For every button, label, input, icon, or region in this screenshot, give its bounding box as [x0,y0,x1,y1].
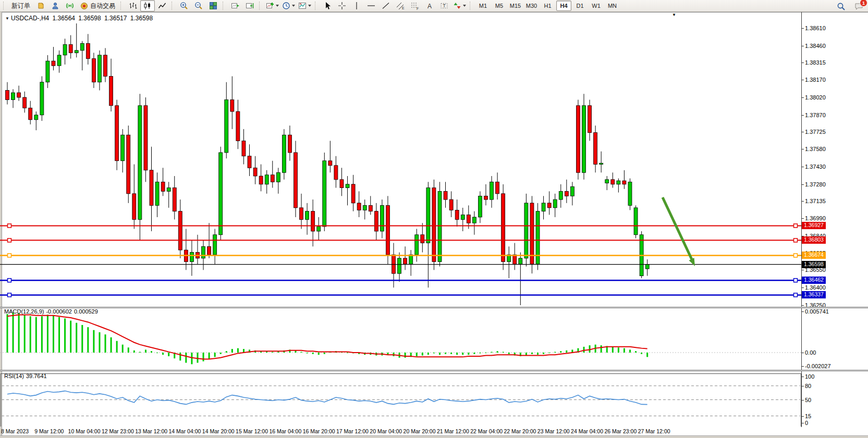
timeframe-mn[interactable]: MN [605,1,620,11]
arrow-shaft[interactable] [663,197,692,259]
candle-body [421,235,424,243]
candle-body [17,93,21,97]
rsi-value: 39.7641 [26,373,47,379]
price-tag: 1.36927 [802,222,826,229]
line-handle[interactable] [8,239,11,242]
macd-histogram-bar [191,353,192,364]
rsi-axis-tick: 100 [805,373,814,380]
timeframe-m1[interactable]: M1 [475,1,491,11]
cursor-tool-button[interactable] [320,0,335,11]
collapse-triangle-icon[interactable]: ▼ [5,16,9,21]
pane-separator[interactable] [0,370,868,371]
line-handle[interactable] [8,279,11,282]
macd-histogram-bar [601,345,602,353]
macd-histogram-bar [485,353,486,353]
macd-histogram-bar [462,353,463,355]
line-handle[interactable] [8,254,11,257]
macd-histogram-bar [508,353,510,354]
chart-shift-marker-icon[interactable]: ▼ [672,12,676,17]
candle-body [547,203,551,208]
new-order-button[interactable]: 新订单 [8,0,33,11]
horizontal-line-icon [367,2,375,10]
bar-chart-button[interactable] [126,0,140,11]
new-chart-button[interactable] [33,0,48,11]
profile-button[interactable] [48,0,63,11]
indicators-button[interactable] [264,0,280,11]
candle-body [230,100,234,112]
line-handle[interactable] [8,293,11,297]
notifications-button[interactable]: 1 [851,1,866,12]
timeframe-h4[interactable]: H4 [556,1,571,11]
crosshair-tool-button[interactable] [335,0,349,11]
signals-button[interactable] [63,0,77,11]
horizontal-line-tool-button[interactable] [364,0,378,11]
channel-tool-button[interactable]: E [393,0,408,11]
arrows-tool-button[interactable] [451,0,468,11]
timeframe-h1[interactable]: H1 [540,1,555,11]
candle-body [323,161,326,227]
zoom-out-button[interactable] [191,0,206,11]
timeframe-w1[interactable]: W1 [589,1,604,11]
timeframe-m5[interactable]: M5 [492,1,507,11]
chart-shift-button[interactable] [242,0,257,11]
macd-histogram-bar [272,352,273,353]
macd-histogram-bar [87,327,89,353]
candle-body [300,208,303,220]
macd-histogram-bar [566,351,567,353]
timeframe-m15[interactable]: M15 [508,1,523,11]
price-chart-pane[interactable] [0,12,801,307]
candlestick-chart-button[interactable] [140,0,155,11]
candle-body [271,175,274,182]
text-tool-button[interactable]: A [422,0,437,11]
macd-histogram-bar [301,352,302,353]
line-handle[interactable] [794,279,798,282]
search-button[interactable] [834,1,848,12]
macd-histogram-bar [307,353,308,353]
line-handle[interactable] [794,293,798,297]
macd-histogram-bar [197,353,198,363]
timeframe-d1[interactable]: D1 [572,1,588,11]
macd-pane[interactable] [0,308,801,370]
macd-histogram-bar [209,353,210,359]
templates-button[interactable] [297,0,313,11]
macd-histogram-bar [491,352,493,353]
line-handle[interactable] [794,239,798,242]
macd-histogram-bar [24,315,26,353]
tile-windows-button[interactable] [206,0,221,11]
time-axis-label: 10 Mar 04:00 [68,428,101,434]
macd-histogram-bar [99,332,100,353]
candle-body [369,205,372,211]
cursor-icon [323,2,332,10]
time-axis-label: 15 Mar 12:00 [236,428,268,434]
periods-button[interactable] [280,0,297,11]
rsi-pane[interactable] [0,371,801,427]
fibonacci-tool-button[interactable]: F [408,0,422,11]
macd-histogram-bar [105,334,106,353]
arrow-head-icon[interactable] [689,258,695,266]
line-chart-button[interactable] [155,0,169,11]
candle-body [472,217,476,223]
auto-scroll-button[interactable] [228,0,242,11]
trendline-tool-button[interactable] [378,0,393,11]
line-handle[interactable] [794,254,798,257]
candle-body [104,55,107,77]
line-handle[interactable] [794,224,798,228]
candle-body [311,211,315,231]
candle-body [92,59,95,82]
text-label-icon: T [440,2,448,10]
vertical-line-tool-button[interactable] [349,0,364,11]
pane-separator[interactable] [0,307,868,308]
chart-ohlc-header: ▼USDCAD-,H4 1.36564 1.36598 1.36517 1.36… [5,15,154,22]
timeframe-m30[interactable]: M30 [524,1,539,11]
macd-histogram-bar [635,351,637,353]
candle-body [253,168,257,176]
macd-histogram-bar [53,316,54,353]
label-tool-button[interactable]: T [437,0,451,11]
candle-body [524,203,528,258]
templates-icon [298,2,307,10]
line-handle[interactable] [8,224,11,228]
macd-histogram-bar [13,312,14,353]
auto-trading-button[interactable]: 自动交易 [77,0,118,11]
macd-histogram-bar [427,353,429,355]
zoom-in-button[interactable] [177,0,191,11]
